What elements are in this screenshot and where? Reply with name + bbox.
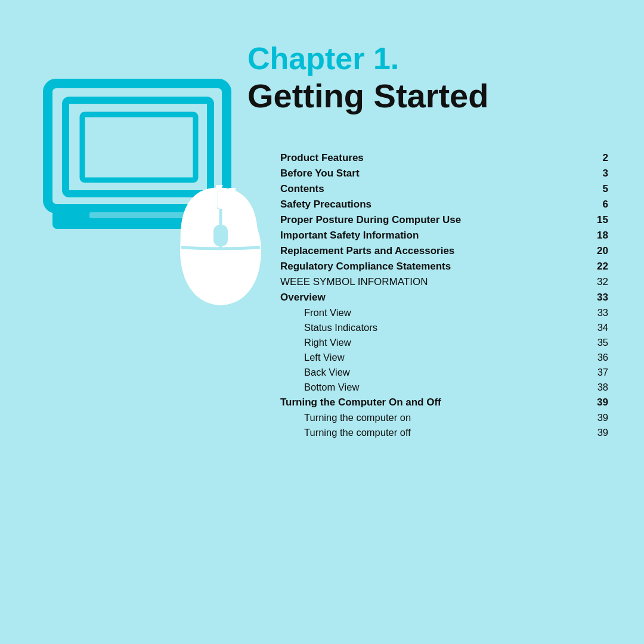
toc-item-title: Proper Posture During Computer Use [280,214,590,226]
toc-item-title: Front View [304,307,590,318]
toc-item-page: 38 [590,382,608,393]
toc-item-title: Contents [280,183,590,195]
toc-item-page: 39 [590,397,608,408]
toc-item: Front View33 [280,307,608,318]
toc-item-title: Back View [304,367,590,378]
toc-item-page: 34 [590,322,608,333]
toc-item-page: 39 [590,412,608,423]
toc-item-page: 35 [590,337,608,348]
toc-item-title: Product Features [280,152,590,164]
toc-item-title: Overview [280,292,590,304]
toc-item: Replacement Parts and Accessories20 [280,245,608,257]
toc-item-title: Right View [304,337,590,348]
toc-item-title: Turning the computer off [304,427,590,438]
toc-item: Turning the computer on39 [280,412,608,423]
toc-item: Back View37 [280,367,608,378]
toc-item-title: Turning the Computer On and Off [280,397,590,408]
toc-item-title: WEEE SYMBOL INFORMATION [280,276,590,288]
toc-item-page: 39 [590,427,608,438]
toc-item-title: Regulatory Compliance Statements [280,261,590,273]
toc-item-page: 15 [590,214,608,226]
toc-item-page: 22 [590,261,608,273]
toc-item: Turning the Computer On and Off39 [280,397,608,408]
toc-item: Proper Posture During Computer Use15 [280,214,608,226]
toc-item-page: 33 [590,292,608,304]
toc-item: Overview33 [280,292,608,304]
svg-rect-8 [213,225,228,246]
toc-item: Turning the computer off39 [280,427,608,438]
toc-item: Important Safety Information18 [280,230,608,242]
toc-item-title: Replacement Parts and Accessories [280,245,590,257]
toc-item-title: Left View [304,352,590,363]
toc-item-title: Before You Start [280,168,590,179]
page-container: Chapter 1. Getting Started [0,0,644,644]
toc-item: WEEE SYMBOL INFORMATION32 [280,276,608,288]
toc-item-title: Safety Precautions [280,199,590,210]
toc-item: Safety Precautions6 [280,199,608,210]
toc-item-page: 3 [590,168,608,179]
toc-item: Right View35 [280,337,608,348]
toc-item: Status Indicators34 [280,322,608,333]
toc-item-title: Turning the computer on [304,412,590,423]
toc-item-page: 33 [590,307,608,318]
toc-item-page: 37 [590,367,608,378]
toc-item-page: 32 [590,276,608,288]
toc-item-title: Status Indicators [304,322,590,333]
chapter-heading: Chapter 1. Getting Started [247,42,488,116]
toc-item: Regulatory Compliance Statements22 [280,261,608,273]
toc-item-page: 2 [590,152,608,164]
toc-item-page: 6 [590,199,608,210]
toc-item-page: 20 [590,245,608,257]
toc-item-page: 36 [590,352,608,363]
toc-item: Product Features2 [280,152,608,164]
toc-item-page: 5 [590,183,608,195]
chapter-subtitle: Getting Started [247,77,488,115]
mouse-svg [173,188,268,313]
toc-item-title: Bottom View [304,382,590,393]
toc-item: Contents5 [280,183,608,195]
toc-item: Left View36 [280,352,608,363]
toc-item: Before You Start3 [280,168,608,179]
svg-rect-2 [82,114,196,180]
chapter-label: Chapter 1. [247,42,488,76]
toc-item: Bottom View38 [280,382,608,393]
toc-item-page: 18 [590,230,608,242]
toc: Product Features2Before You Start3Conten… [280,152,608,442]
toc-item-title: Important Safety Information [280,230,590,242]
